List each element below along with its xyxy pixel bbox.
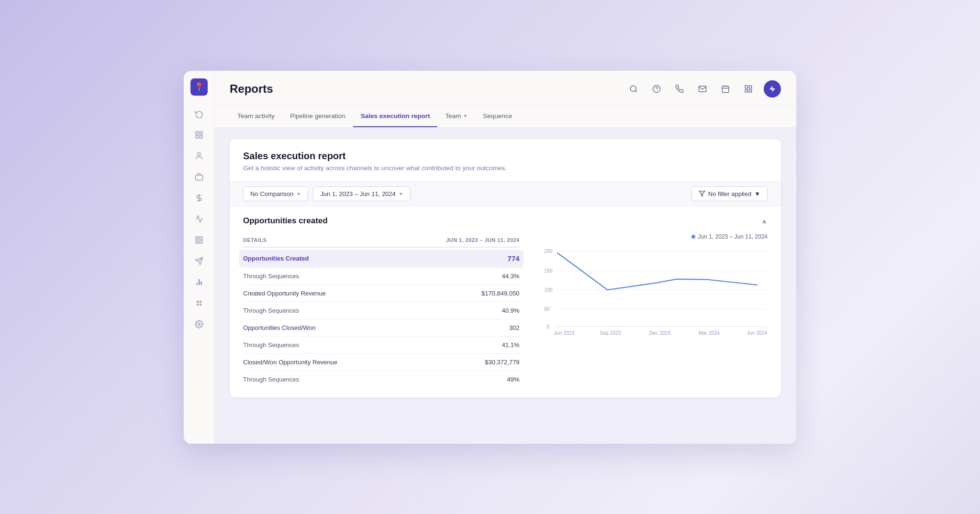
- sidebar-icon-dollar[interactable]: [190, 189, 208, 207]
- calendar-icon[interactable]: [718, 81, 733, 97]
- card-header: Sales execution report Get a holistic vi…: [230, 139, 781, 181]
- sidebar-icon-briefcase[interactable]: [190, 168, 208, 186]
- search-icon[interactable]: [626, 81, 641, 97]
- table-row: Through Sequences 41.1%: [243, 337, 520, 354]
- sidebar-icon-history[interactable]: [190, 105, 208, 122]
- table-row: Closed/Won Opportunity Revenue $30,372,7…: [243, 354, 520, 371]
- row-label: Opportunities Closed/Won: [243, 324, 316, 331]
- row-label: Opportunities Created: [243, 255, 309, 262]
- svg-point-20: [198, 323, 200, 325]
- logo[interactable]: 📍: [190, 78, 208, 96]
- legend-dot: [691, 235, 695, 239]
- row-value: 41.1%: [502, 341, 520, 349]
- svg-point-18: [197, 304, 198, 305]
- svg-rect-5: [195, 175, 202, 180]
- y-label-50: 50: [544, 306, 550, 312]
- sidebar-icon-apps[interactable]: [190, 295, 208, 312]
- sidebar-icon-bar-chart[interactable]: [190, 273, 208, 291]
- svg-rect-29: [745, 86, 747, 88]
- svg-point-19: [200, 304, 201, 305]
- svg-point-16: [197, 301, 198, 302]
- report-subtitle: Get a holistic view of activity across c…: [243, 164, 768, 172]
- y-label-0: 0: [546, 324, 549, 329]
- svg-rect-1: [200, 131, 202, 134]
- row-value: $30,372,779: [485, 359, 519, 366]
- tab-sequence[interactable]: Sequence: [475, 106, 520, 127]
- date-range-arrow: ▼: [399, 191, 403, 197]
- filter-arrow: ▼: [754, 190, 760, 197]
- date-range-filter[interactable]: Jun 1, 2023 – Jun 11, 2024 ▼: [313, 186, 410, 201]
- sidebar-icon-user[interactable]: [190, 147, 208, 164]
- svg-rect-30: [749, 86, 752, 88]
- data-table: DETAILS Jun 1, 2023 – Jun 11, 2024 Oppor…: [230, 233, 533, 388]
- help-icon[interactable]: [649, 81, 664, 97]
- main-content: Reports: [214, 71, 796, 444]
- x-label-mar2024: Mar 2024: [699, 330, 720, 336]
- section-header: Opportunities created ▲: [230, 207, 781, 233]
- svg-rect-2: [200, 135, 202, 138]
- table-row: Through Sequences 44.3%: [243, 268, 520, 285]
- row-value: 774: [508, 254, 520, 262]
- chart-legend: Jun 1, 2023 – Jun 11, 2024: [538, 233, 771, 244]
- report-title: Sales execution report: [243, 151, 768, 162]
- svg-rect-0: [196, 131, 198, 134]
- chart-container: 200 150 100 50 0: [538, 244, 771, 341]
- row-value: $170,849,050: [481, 290, 520, 297]
- table-row: Through Sequences 40.9%: [243, 302, 520, 319]
- mail-icon[interactable]: [695, 81, 710, 97]
- svg-point-17: [200, 301, 201, 302]
- comparison-arrow: ▼: [296, 191, 301, 197]
- svg-point-4: [198, 153, 200, 155]
- filters-bar: No Comparison ▼ Jun 1, 2023 – Jun 11, 20…: [230, 181, 781, 207]
- x-label-jun2023: Jun 2023: [554, 330, 574, 336]
- no-filter-applied[interactable]: No filter applied ▼: [691, 186, 768, 201]
- svg-line-22: [635, 90, 636, 92]
- svg-rect-8: [200, 237, 202, 239]
- sidebar-icon-grid-chart[interactable]: [190, 231, 208, 249]
- tab-pipeline-generation[interactable]: Pipeline generation: [282, 106, 353, 127]
- comparison-filter[interactable]: No Comparison ▼: [243, 186, 308, 201]
- table-row: Created Opportunity Revenue $170,849,050: [243, 285, 520, 302]
- y-label-150: 150: [544, 268, 552, 273]
- page-title: Reports: [230, 82, 273, 96]
- svg-rect-31: [749, 89, 752, 92]
- svg-marker-33: [769, 86, 775, 92]
- table-row: Opportunities Created 774: [239, 250, 523, 268]
- row-label: Through Sequences: [243, 273, 299, 280]
- svg-rect-10: [196, 241, 198, 243]
- col-date-range: Jun 1, 2023 – Jun 11, 2024: [446, 237, 519, 243]
- report-card: Sales execution report Get a holistic vi…: [230, 139, 781, 397]
- sidebar-icon-send[interactable]: [190, 252, 208, 270]
- tab-navigation: Team activity Pipeline generation Sales …: [214, 106, 796, 128]
- table-row: Opportunities Closed/Won 302: [243, 319, 520, 337]
- tab-team[interactable]: Team ▼: [437, 106, 475, 127]
- table-header: DETAILS Jun 1, 2023 – Jun 11, 2024: [243, 233, 520, 248]
- filters-left: No Comparison ▼ Jun 1, 2023 – Jun 11, 20…: [243, 186, 411, 201]
- row-value: 40.9%: [502, 307, 520, 314]
- svg-rect-25: [722, 86, 729, 93]
- chart-area: Jun 1, 2023 – Jun 11, 2024 200 150 100 5…: [533, 233, 781, 388]
- page-content: Sales execution report Get a holistic vi…: [214, 128, 796, 444]
- row-label: Through Sequences: [243, 341, 299, 349]
- tab-team-arrow: ▼: [463, 113, 468, 119]
- table-row: Through Sequences 49%: [243, 371, 520, 388]
- x-label-jun2024: Jun 2024: [746, 330, 767, 336]
- content-split: DETAILS Jun 1, 2023 – Jun 11, 2024 Oppor…: [230, 233, 781, 397]
- user-avatar[interactable]: [764, 80, 781, 98]
- row-label: Through Sequences: [243, 307, 299, 314]
- row-value: 302: [509, 324, 520, 331]
- svg-rect-9: [200, 241, 202, 243]
- phone-icon[interactable]: [672, 81, 687, 97]
- sidebar: 📍: [184, 71, 214, 444]
- row-label: Created Opportunity Revenue: [243, 290, 326, 297]
- grid-icon[interactable]: [741, 81, 756, 97]
- sidebar-icon-layout[interactable]: [190, 126, 208, 143]
- sidebar-icon-settings[interactable]: [190, 316, 208, 333]
- sidebar-icon-chart-line[interactable]: [190, 210, 208, 228]
- collapse-button[interactable]: ▲: [761, 217, 768, 225]
- header: Reports: [214, 71, 796, 106]
- col-details: DETAILS: [243, 237, 267, 243]
- tab-sales-execution[interactable]: Sales execution report: [353, 106, 438, 127]
- tab-team-activity[interactable]: Team activity: [230, 106, 282, 127]
- x-label-dec2023: Dec 2023: [649, 330, 670, 336]
